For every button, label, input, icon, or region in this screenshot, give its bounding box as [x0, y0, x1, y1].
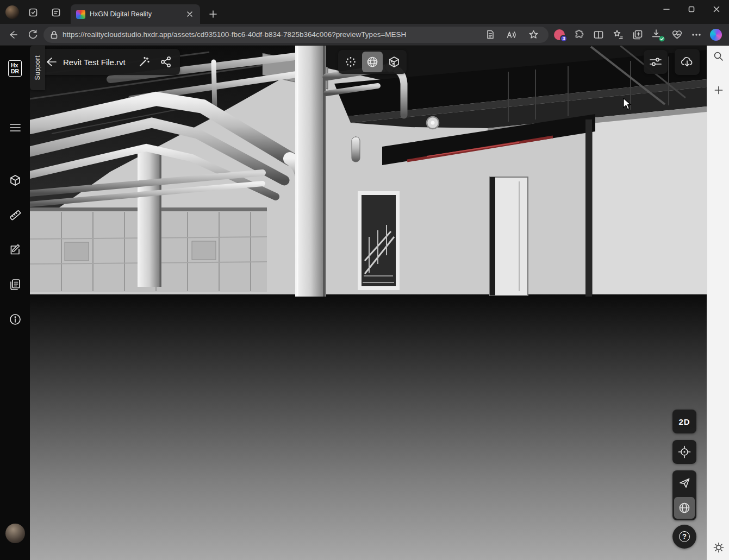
user-avatar[interactable]	[0, 523, 30, 544]
plus-icon	[714, 86, 723, 95]
favorites-hub-button[interactable]	[609, 26, 627, 43]
star-icon	[529, 30, 538, 39]
back-arrow-icon	[8, 29, 18, 40]
browser-profile-avatar[interactable]	[5, 5, 19, 19]
tab-actions-button[interactable]	[48, 5, 64, 20]
new-tab-button[interactable]	[205, 7, 221, 21]
edge-sidebar-rail	[707, 46, 729, 560]
scene-marker[interactable]	[427, 117, 439, 129]
downloads-button[interactable]	[649, 26, 666, 43]
info-icon	[9, 313, 21, 325]
more-ellipsis-icon	[691, 33, 701, 36]
sidebar-layers-button[interactable]	[0, 274, 30, 295]
minimize-icon	[663, 6, 670, 12]
view-mode-textured-button[interactable]	[384, 52, 404, 72]
back-button[interactable]	[4, 26, 22, 43]
document-icon	[485, 30, 495, 39]
download-complete-check-icon	[659, 36, 665, 42]
view-mode-mesh-button[interactable]	[362, 52, 383, 72]
share-button[interactable]	[155, 51, 177, 73]
sidebar-settings-button[interactable]	[710, 539, 727, 556]
sidebar-search-button[interactable]	[710, 48, 727, 65]
puzzle-icon	[574, 29, 584, 40]
mouse-cursor	[623, 98, 635, 111]
avatar-image	[5, 524, 25, 543]
sidebar-annotate-button[interactable]	[0, 239, 30, 261]
sidebar-assets-button[interactable]	[0, 169, 30, 191]
viewer-viewport: Revit Test File.rvt	[30, 46, 707, 560]
viewer-toolbar: Revit Test File.rvt	[37, 49, 180, 75]
mesh-sphere-icon	[366, 56, 378, 68]
extension-shortcut-button[interactable]: 3	[551, 26, 568, 43]
view-mode-pointcloud-button[interactable]	[340, 52, 361, 72]
help-button[interactable]: ?	[672, 525, 696, 549]
sidebar-info-button[interactable]	[0, 309, 30, 330]
tab-actions-icon	[51, 8, 61, 17]
view-mode-switcher	[338, 50, 407, 74]
2d-label: 2D	[678, 417, 690, 426]
refresh-icon	[28, 29, 38, 40]
back-arrow-icon	[45, 56, 57, 67]
sidebar-menu-button[interactable]	[0, 117, 30, 139]
favorite-page-button[interactable]	[525, 26, 542, 43]
extension-badge: 3	[560, 35, 568, 42]
logo-line-2: DR	[11, 68, 19, 74]
browser-navbar: https://realitycloudstudio.hxdr.app/asse…	[0, 24, 729, 46]
extension-icon: 3	[554, 29, 565, 40]
browser-window: HxGN Digital Reality	[0, 0, 729, 560]
close-icon	[187, 11, 192, 17]
search-icon	[713, 51, 724, 61]
browser-essentials-button[interactable]	[668, 26, 686, 43]
browser-titlebar: HxGN Digital Reality	[0, 0, 729, 24]
right-door	[490, 177, 528, 295]
cloud-download-icon	[680, 55, 694, 68]
read-aloud-button[interactable]	[503, 26, 520, 43]
favorites-hub-icon	[613, 29, 624, 40]
render-settings-button[interactable]	[644, 50, 668, 74]
refresh-button[interactable]	[24, 26, 41, 43]
window-minimize-button[interactable]	[654, 0, 679, 18]
browser-tab-active[interactable]: HxGN Digital Reality	[71, 4, 200, 24]
gear-icon	[713, 542, 725, 553]
collections-icon	[633, 30, 643, 40]
support-tab[interactable]: Support	[30, 46, 45, 90]
url-text[interactable]: https://realitycloudstudio.hxdr.app/asse…	[63, 30, 477, 39]
download-asset-button[interactable]	[675, 49, 700, 75]
copilot-button[interactable]	[707, 26, 725, 43]
sidebar-add-button[interactable]	[710, 81, 727, 98]
split-screen-icon	[594, 30, 603, 40]
locate-button[interactable]	[672, 440, 696, 464]
workspaces-button[interactable]	[25, 5, 41, 20]
tab-close-button[interactable]	[185, 9, 195, 19]
orbit-mode-button[interactable]	[674, 497, 695, 519]
support-label: Support	[34, 55, 41, 80]
sidebar-measure-button[interactable]	[0, 204, 30, 226]
measure-ruler-icon	[9, 209, 21, 221]
app-frame: Hx DR	[0, 46, 729, 560]
extensions-button[interactable]	[570, 26, 588, 43]
read-aloud-icon	[507, 30, 516, 39]
heart-pulse-icon	[672, 30, 682, 40]
navigation-mode-group	[672, 470, 696, 520]
3d-scene[interactable]	[30, 46, 707, 560]
fly-mode-button[interactable]	[674, 472, 695, 494]
magic-wand-icon	[138, 56, 150, 68]
reading-mode-button[interactable]	[481, 26, 499, 43]
collections-button[interactable]	[629, 26, 646, 43]
toggle-2d-button[interactable]: 2D	[672, 410, 696, 433]
address-bar[interactable]: https://realitycloudstudio.hxdr.app/asse…	[43, 27, 549, 43]
gps-crosshair-icon	[678, 445, 691, 458]
tab-favicon	[76, 10, 85, 19]
app-sidebar: Hx DR	[0, 46, 30, 560]
window-maximize-button[interactable]	[679, 0, 704, 18]
hxdr-logo[interactable]: Hx DR	[0, 58, 30, 79]
stairwell-door	[358, 191, 400, 290]
paper-plane-icon	[678, 477, 690, 489]
asset-cube-icon	[9, 174, 21, 186]
magic-wand-button[interactable]	[133, 51, 155, 73]
window-close-button[interactable]	[704, 0, 729, 18]
split-screen-button[interactable]	[590, 26, 607, 43]
help-icon: ?	[679, 531, 690, 542]
settings-more-button[interactable]	[688, 26, 705, 43]
globe-icon	[678, 502, 690, 514]
